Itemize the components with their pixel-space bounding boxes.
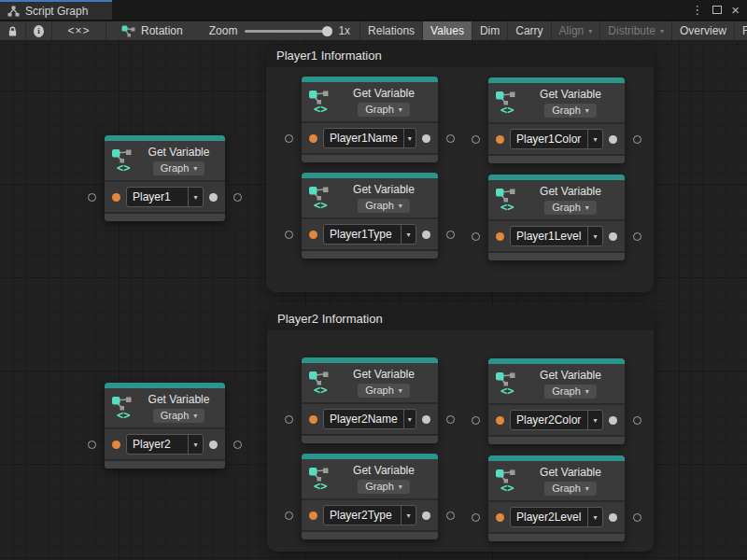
get-variable-node-player1name[interactable]: <> Get Variable Graph▾ Player1Name▾	[302, 77, 438, 162]
scope-label: Graph	[552, 105, 581, 116]
variable-name-dropdown[interactable]: Player1Color▾	[510, 129, 603, 149]
left-port-ring[interactable]	[88, 441, 96, 449]
value-input-port[interactable]	[309, 231, 317, 239]
value-output-port[interactable]	[422, 231, 430, 239]
value-output-port[interactable]	[609, 513, 617, 522]
left-port-ring[interactable]	[472, 513, 480, 522]
variable-name-dropdown[interactable]: Player2▾	[126, 434, 204, 455]
variable-scope-dropdown[interactable]: Graph▾	[544, 104, 597, 118]
get-variable-node-player2color[interactable]: <> Get Variable Graph▾ Player2Color▾	[488, 358, 625, 444]
value-input-port[interactable]	[309, 134, 317, 143]
variable-scope-dropdown[interactable]: Graph▾	[544, 201, 597, 215]
value-output-port[interactable]	[609, 135, 617, 144]
close-icon[interactable]: ×	[731, 3, 740, 17]
variable-scope-dropdown[interactable]: Graph▾	[358, 103, 410, 117]
maximize-icon[interactable]	[712, 6, 722, 14]
chevron-down-icon: ▾	[399, 202, 402, 210]
variable-scope-dropdown[interactable]: Graph▾	[153, 161, 205, 175]
get-variable-node-player2name[interactable]: <> Get Variable Graph▾ Player2Name▾	[302, 357, 438, 443]
get-variable-node-player2[interactable]: <> Get Variable Graph▾ Player2▾	[105, 383, 225, 469]
variable-scope-dropdown[interactable]: Graph▾	[358, 480, 410, 494]
value-input-port[interactable]	[112, 441, 120, 449]
right-port-ring[interactable]	[633, 135, 641, 144]
variable-name-dropdown[interactable]: Player2Name▾	[323, 409, 416, 429]
node-footer	[105, 461, 225, 469]
left-port-ring[interactable]	[472, 135, 480, 144]
value-input-port[interactable]	[112, 193, 120, 202]
left-port-ring[interactable]	[285, 134, 293, 143]
value-output-port[interactable]	[422, 511, 430, 520]
overview-button[interactable]: Overview	[672, 21, 735, 40]
tab-script-graph[interactable]: Script Graph	[0, 0, 112, 20]
zoom-slider[interactable]	[245, 30, 331, 33]
right-port-ring[interactable]	[446, 511, 455, 520]
code-brackets-icon: <>	[314, 105, 327, 114]
chevron-down-icon: ▾	[401, 506, 416, 525]
value-output-port[interactable]	[422, 134, 430, 143]
get-variable-node-player2level[interactable]: <> Get Variable Graph▾ Player2Level▾	[488, 455, 625, 541]
value-input-port[interactable]	[496, 135, 504, 144]
variable-scope-dropdown[interactable]: Graph▾	[358, 384, 410, 398]
get-variable-node-player1[interactable]: <> Get Variable Graph▾ Player1▾	[105, 135, 225, 221]
right-port-ring[interactable]	[233, 193, 242, 202]
value-output-port[interactable]	[609, 232, 617, 241]
value-input-port[interactable]	[496, 513, 504, 522]
group-header[interactable]: Player2 Information	[267, 308, 654, 330]
variable-name: Player2Color	[511, 411, 587, 429]
carry-button[interactable]: Carry	[508, 21, 551, 40]
carry-label: Carry	[515, 24, 543, 37]
left-port-ring[interactable]	[88, 193, 96, 202]
relations-button[interactable]: Relations	[359, 21, 423, 40]
left-port-ring[interactable]	[285, 231, 293, 239]
left-port-ring[interactable]	[472, 416, 480, 425]
right-port-ring[interactable]	[633, 416, 641, 425]
values-label: Values	[430, 24, 464, 37]
value-output-port[interactable]	[609, 416, 617, 425]
get-variable-node-player1level[interactable]: <> Get Variable Graph▾ Player1Level▾	[488, 175, 625, 260]
variable-name-dropdown[interactable]: Player2Type▾	[323, 505, 416, 525]
variable-scope-dropdown[interactable]: Graph▾	[544, 385, 597, 399]
variable-name-dropdown[interactable]: Player2Color▾	[510, 410, 603, 430]
left-port-ring[interactable]	[472, 232, 480, 241]
left-port-ring[interactable]	[285, 415, 293, 424]
right-port-ring[interactable]	[633, 513, 641, 522]
zoom-slider-knob[interactable]	[322, 26, 332, 36]
variable-name-dropdown[interactable]: Player1Type▾	[323, 224, 416, 245]
variable-scope-dropdown[interactable]: Graph▾	[153, 409, 205, 423]
distribute-button[interactable]: Distribute ▾	[600, 21, 672, 40]
value-input-port[interactable]	[309, 511, 317, 520]
variable-name-dropdown[interactable]: Player1Level▾	[510, 226, 603, 246]
code-brackets-icon: <>	[314, 482, 327, 491]
value-input-port[interactable]	[496, 416, 504, 425]
left-port-ring[interactable]	[285, 511, 293, 520]
graph-canvas[interactable]: Player1 Information Player2 Information …	[0, 41, 747, 560]
right-port-ring[interactable]	[446, 231, 455, 239]
value-output-port[interactable]	[209, 193, 218, 202]
get-variable-node-player2type[interactable]: <> Get Variable Graph▾ Player2Type▾	[302, 454, 438, 539]
lock-button[interactable]	[0, 21, 26, 40]
variable-name-dropdown[interactable]: Player1Name▾	[323, 128, 416, 148]
dim-button[interactable]: Dim	[472, 21, 508, 40]
window-menu-icon[interactable]: ⋮	[691, 4, 703, 16]
right-port-ring[interactable]	[633, 232, 641, 241]
values-button[interactable]: Values	[423, 21, 472, 40]
variable-scope-dropdown[interactable]: Graph▾	[544, 482, 597, 496]
value-output-port[interactable]	[209, 441, 218, 449]
align-button[interactable]: Align ▾	[552, 21, 601, 40]
full-screen-button[interactable]: Full Screen	[735, 21, 747, 40]
variable-name-dropdown[interactable]: Player1▾	[126, 187, 204, 207]
value-input-port[interactable]	[496, 232, 504, 241]
value-input-port[interactable]	[309, 415, 317, 424]
variable-scope-dropdown[interactable]: Graph▾	[358, 199, 410, 213]
value-output-port[interactable]	[422, 415, 430, 424]
get-variable-node-player1color[interactable]: <> Get Variable Graph▾ Player1Color▾	[488, 77, 625, 163]
right-port-ring[interactable]	[233, 441, 242, 449]
variable-name-dropdown[interactable]: Player2Level▾	[510, 507, 603, 527]
code-preview-button[interactable]: <×>	[52, 21, 106, 40]
right-port-ring[interactable]	[446, 134, 455, 143]
info-button[interactable]: i	[26, 21, 52, 40]
node-body: Player2▾	[105, 427, 225, 461]
right-port-ring[interactable]	[446, 415, 455, 424]
get-variable-node-player1type[interactable]: <> Get Variable Graph▾ Player1Type▾	[302, 173, 438, 259]
group-header[interactable]: Player1 Information	[266, 45, 654, 67]
